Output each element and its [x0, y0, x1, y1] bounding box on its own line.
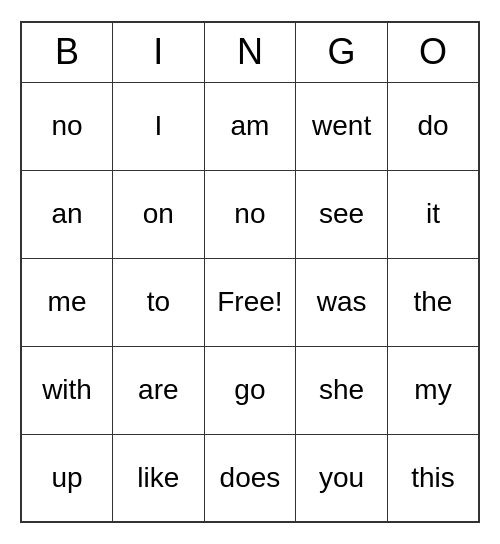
- bingo-row-3: witharegoshemy: [21, 346, 479, 434]
- bingo-header-row: BINGO: [21, 22, 479, 82]
- bingo-cell-2-3: was: [296, 258, 388, 346]
- bingo-cell-1-4: it: [387, 170, 479, 258]
- header-col-n: N: [204, 22, 296, 82]
- bingo-cell-0-2: am: [204, 82, 296, 170]
- bingo-row-0: noIamwentdo: [21, 82, 479, 170]
- bingo-cell-3-0: with: [21, 346, 113, 434]
- bingo-row-4: uplikedoesyouthis: [21, 434, 479, 522]
- header-col-b: B: [21, 22, 113, 82]
- bingo-cell-4-3: you: [296, 434, 388, 522]
- bingo-cell-1-0: an: [21, 170, 113, 258]
- bingo-cell-2-2: Free!: [204, 258, 296, 346]
- bingo-cell-2-0: me: [21, 258, 113, 346]
- bingo-cell-0-1: I: [113, 82, 204, 170]
- bingo-card: BINGO noIamwentdoanonnoseeitmetoFree!was…: [20, 21, 480, 523]
- bingo-row-2: metoFree!wasthe: [21, 258, 479, 346]
- bingo-cell-4-4: this: [387, 434, 479, 522]
- header-col-o: O: [387, 22, 479, 82]
- bingo-cell-0-0: no: [21, 82, 113, 170]
- header-col-i: I: [113, 22, 204, 82]
- header-col-g: G: [296, 22, 388, 82]
- bingo-cell-1-3: see: [296, 170, 388, 258]
- bingo-cell-2-4: the: [387, 258, 479, 346]
- bingo-cell-4-2: does: [204, 434, 296, 522]
- bingo-cell-4-1: like: [113, 434, 204, 522]
- bingo-cell-3-1: are: [113, 346, 204, 434]
- bingo-cell-0-4: do: [387, 82, 479, 170]
- bingo-cell-3-3: she: [296, 346, 388, 434]
- bingo-cell-1-1: on: [113, 170, 204, 258]
- bingo-cell-0-3: went: [296, 82, 388, 170]
- bingo-cell-1-2: no: [204, 170, 296, 258]
- bingo-row-1: anonnoseeit: [21, 170, 479, 258]
- bingo-cell-4-0: up: [21, 434, 113, 522]
- bingo-cell-3-4: my: [387, 346, 479, 434]
- bingo-cell-3-2: go: [204, 346, 296, 434]
- bingo-cell-2-1: to: [113, 258, 204, 346]
